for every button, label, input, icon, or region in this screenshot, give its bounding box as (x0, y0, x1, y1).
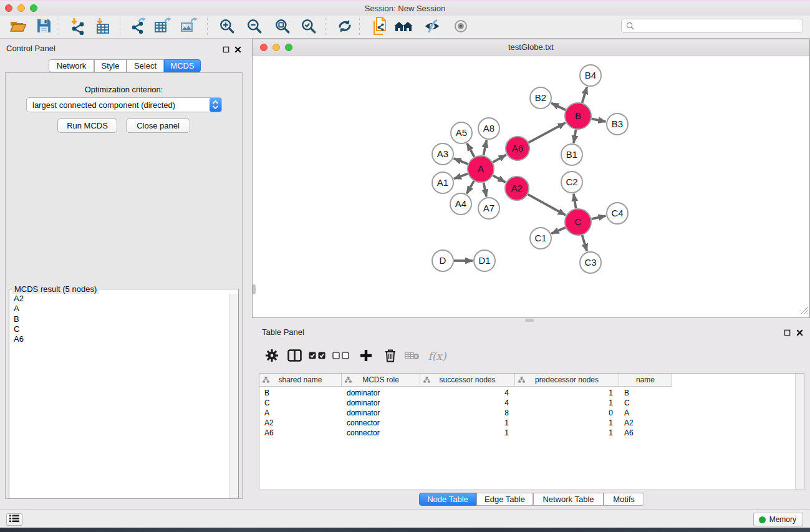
tab-edge-table[interactable]: Edge Table (476, 493, 533, 506)
application-window: Session: New Session (0, 0, 810, 532)
graph-edge-C-C1[interactable] (551, 228, 565, 234)
function-builder-button[interactable]: f(x) (424, 347, 450, 365)
graph-edge-B-B4[interactable] (582, 87, 587, 103)
table-row[interactable]: A2connector11A2 (259, 418, 672, 428)
graph-edge-A-A8[interactable] (483, 140, 486, 156)
deselect-all-columns-button[interactable] (331, 347, 350, 365)
network-window-titlebar[interactable]: testGlobe.txt (253, 39, 809, 56)
export-table-button[interactable] (152, 17, 173, 36)
graph-node-label: A1 (437, 177, 448, 188)
graph-edge-A-A7[interactable] (483, 183, 486, 197)
mcds-result-item[interactable]: A6 (9, 334, 229, 344)
refresh-view-button[interactable] (334, 17, 355, 36)
float-panel-button[interactable] (221, 45, 230, 54)
export-network-button[interactable] (128, 17, 150, 36)
table-cell: B (259, 389, 342, 397)
table-row[interactable]: A6connector11A6 (259, 428, 672, 438)
close-panel-action-button[interactable]: Close panel (126, 118, 190, 133)
column-header-predecessor-nodes[interactable]: predecessor nodes (515, 374, 619, 387)
table-settings-button[interactable] (263, 347, 281, 365)
zoom-selected-icon (301, 18, 317, 36)
graph-edge-C-C2[interactable] (574, 194, 576, 208)
zoom-fit-button[interactable] (272, 17, 293, 36)
search-input[interactable] (637, 21, 803, 31)
tab-select[interactable]: Select (127, 59, 164, 72)
run-mcds-button[interactable]: Run MCDS (57, 118, 117, 133)
column-header-shared-name[interactable]: shared name (259, 374, 342, 387)
save-session-button[interactable] (33, 17, 54, 36)
import-table-button[interactable] (92, 17, 113, 36)
column-header-label: MCDS role (362, 375, 399, 384)
mcds-result-item[interactable]: C (9, 324, 229, 334)
window-resize-grip[interactable] (801, 306, 809, 317)
table-scrollbar[interactable] (795, 374, 804, 490)
clone-network-button[interactable] (370, 17, 392, 36)
table-cell: 1 (515, 428, 619, 437)
table-row[interactable]: Adominator80A (259, 408, 672, 418)
tab-node-table[interactable]: Node Table (419, 493, 476, 506)
column-header-successor-nodes[interactable]: successor nodes (420, 374, 515, 387)
table-cell: connector (342, 428, 420, 437)
column-header-name[interactable]: name (619, 374, 672, 387)
memory-button[interactable]: Memory (753, 513, 803, 526)
column-header-MCDS-role[interactable]: MCDS role (342, 374, 420, 387)
network-canvas[interactable]: B4B2BB3A8A5A6A3B1AC2A1A2A4A7C4CC1C3DD1 (253, 56, 809, 317)
tab-motifs[interactable]: Motifs (604, 493, 644, 506)
zoom-in-button[interactable] (216, 17, 238, 36)
tab-network-table[interactable]: Network Table (533, 493, 604, 506)
float-table-panel-button[interactable] (783, 328, 791, 337)
graph-edge-A-A6[interactable] (493, 155, 506, 162)
graph-node-label: D (440, 255, 446, 266)
graph-edge-A-A5[interactable] (467, 143, 475, 157)
graph-node-label: A2 (511, 183, 523, 193)
mcds-result-item[interactable]: B (9, 314, 229, 324)
table-cell: C (619, 399, 672, 407)
desktop-background (0, 528, 810, 532)
table-row[interactable]: Cdominator41C (259, 398, 672, 408)
graph-edge-A2-C[interactable] (528, 195, 566, 215)
graph-edge-C-C3[interactable] (582, 235, 587, 251)
vertical-scrollbar-thumb[interactable] (253, 284, 256, 294)
eye-icon (452, 19, 470, 36)
show-panels-button[interactable] (6, 513, 22, 526)
graph-edge-A6-B[interactable] (529, 123, 566, 143)
zoom-in-icon (219, 18, 235, 36)
tab-mcds[interactable]: MCDS (164, 59, 201, 72)
mcds-list-scrollbar[interactable] (229, 294, 238, 498)
plus-icon (360, 349, 372, 364)
zoom-selected-button[interactable] (298, 17, 319, 36)
mcds-result-item[interactable]: A (9, 304, 229, 314)
toolbar-separator (120, 18, 120, 35)
tab-network[interactable]: Network (49, 59, 94, 72)
tab-style[interactable]: Style (94, 59, 127, 72)
graph-edge-B-B2[interactable] (551, 103, 566, 110)
column-selector-button[interactable] (285, 347, 304, 365)
hide-selected-button[interactable] (422, 17, 443, 36)
delete-table-button[interactable] (403, 347, 422, 365)
show-all-button[interactable] (450, 17, 471, 36)
mcds-result-item[interactable]: A2 (9, 294, 229, 304)
graph-edge-B-B1[interactable] (574, 130, 576, 143)
network-document-icon (372, 17, 390, 37)
import-network-button[interactable] (67, 17, 89, 36)
add-column-button[interactable] (357, 347, 375, 365)
graph-edge-A-A3[interactable] (454, 158, 468, 164)
graph-edge-A-A2[interactable] (493, 175, 505, 182)
graph-edge-A-A1[interactable] (454, 173, 468, 178)
select-all-columns-button[interactable] (307, 347, 326, 365)
graph-edge-C-C4[interactable] (591, 216, 605, 219)
mcds-result-box: MCDS result (5 nodes) A2ABCA6 (9, 289, 239, 499)
horizontal-scrollbar-thumb[interactable] (525, 319, 534, 322)
close-panel-button[interactable] (233, 45, 242, 54)
optimization-criterion-select[interactable]: largest connected component (directed) (26, 97, 222, 112)
export-image-button[interactable] (178, 17, 200, 36)
graph-edge-B-B3[interactable] (592, 118, 606, 122)
open-session-button[interactable] (7, 17, 29, 36)
graph-edge-A-A4[interactable] (466, 181, 474, 193)
memory-status-icon (759, 516, 766, 523)
first-neighbors-button[interactable] (393, 17, 414, 36)
delete-column-button[interactable] (381, 347, 400, 365)
zoom-out-button[interactable] (244, 17, 265, 36)
table-row[interactable]: Bdominator41B (259, 388, 672, 398)
close-table-panel-button[interactable] (795, 328, 804, 337)
